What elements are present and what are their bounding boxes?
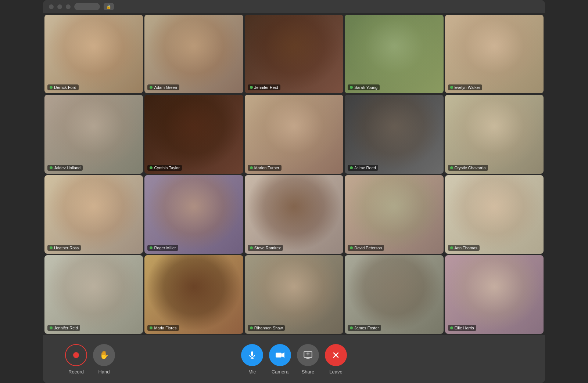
participant-name-label: Rihannon Shaw <box>248 325 285 331</box>
hand-label: Hand <box>98 369 110 375</box>
participant-name-label: Steve Ramirez <box>248 245 283 251</box>
svg-rect-3 <box>276 353 282 357</box>
svg-marker-4 <box>282 352 284 358</box>
video-tile-3: Jennifer Reid <box>245 15 343 93</box>
mic-indicator <box>50 86 53 89</box>
participant-name-text: Adam Green <box>154 85 177 90</box>
participant-name-label: James Foster <box>348 325 381 331</box>
video-tile-18: Rihannon Shaw <box>245 255 343 334</box>
hand-button[interactable]: ✋ Hand <box>93 344 115 375</box>
participant-name-label: Evelyn Walker <box>448 84 483 90</box>
window-lock: 🔒 <box>104 3 114 10</box>
participant-name-label: Jennifer Reid <box>248 84 280 90</box>
hand-icon: ✋ <box>99 350 109 360</box>
participant-name-text: Jennifer Reid <box>254 85 278 90</box>
participant-name-label: Heather Ross <box>47 245 81 251</box>
video-tile-10: Crystle Chavarria <box>445 95 544 173</box>
leave-circle <box>325 344 347 366</box>
video-tile-2: Adam Green <box>144 15 243 93</box>
share-circle <box>297 344 319 366</box>
mic-icon <box>248 351 257 359</box>
mic-indicator <box>350 326 353 329</box>
video-tile-12: Roger Miller <box>144 175 243 254</box>
participant-name-label: Crystle Chavarria <box>448 165 488 171</box>
mic-indicator <box>150 246 153 249</box>
video-tile-16: Jennifer Reid <box>44 255 143 334</box>
mic-button[interactable]: Mic <box>241 344 263 375</box>
video-tile-11: Heather Ross <box>44 175 143 254</box>
video-tile-6: Jaidev Holland <box>44 95 143 173</box>
record-circle <box>65 344 87 366</box>
participant-name-label: Ann Thomas <box>448 245 480 251</box>
participant-name-label: Roger Miller <box>147 245 178 251</box>
participant-name-text: Roger Miller <box>154 246 176 250</box>
mic-circle <box>241 344 263 366</box>
participant-name-text: Evelyn Walker <box>455 85 480 90</box>
mic-indicator <box>50 326 53 329</box>
mic-indicator <box>150 166 153 169</box>
mic-indicator <box>350 86 353 89</box>
video-tile-5: Evelyn Walker <box>445 15 544 93</box>
mic-indicator <box>250 166 253 169</box>
mic-indicator <box>50 246 53 249</box>
participant-name-text: Ellie Harris <box>455 326 474 330</box>
participant-name-text: Derrick Ford <box>54 85 76 90</box>
leave-button[interactable]: Leave <box>325 344 347 375</box>
mic-indicator <box>450 326 453 329</box>
participant-name-text: Crystle Chavarria <box>455 166 486 170</box>
video-tile-17: Maria Flores <box>144 255 243 334</box>
traffic-light-minimize[interactable] <box>57 4 62 9</box>
video-grid: Derrick FordAdam GreenJennifer ReidSarah… <box>43 13 545 335</box>
leave-label: Leave <box>329 369 342 375</box>
leave-icon <box>331 351 340 359</box>
video-tile-8: Marion Turner <box>245 95 343 173</box>
participant-name-text: Jaidev Holland <box>54 166 80 170</box>
participant-name-label: Maria Flores <box>147 325 179 331</box>
video-tile-13: Steve Ramirez <box>245 175 343 254</box>
mic-indicator <box>50 166 53 169</box>
title-bar: 🔒 <box>43 0 545 13</box>
participant-name-label: Marion Turner <box>248 165 282 171</box>
participant-name-label: Jaime Reed <box>348 165 378 171</box>
participant-name-text: David Peterson <box>354 246 382 250</box>
camera-label: Camera <box>272 369 288 375</box>
mic-indicator <box>350 246 353 249</box>
participant-name-text: Marion Turner <box>254 166 279 170</box>
traffic-light-maximize[interactable] <box>66 4 71 9</box>
participant-name-text: Maria Flores <box>154 326 176 330</box>
video-tile-9: Jaime Reed <box>345 95 443 173</box>
video-tile-1: Derrick Ford <box>44 15 143 93</box>
mic-label: Mic <box>248 369 256 375</box>
mic-indicator <box>250 326 253 329</box>
participant-name-label: Adam Green <box>147 84 179 90</box>
record-label: Record <box>68 369 84 375</box>
participant-name-label: Cynthia Taylor <box>147 165 182 171</box>
mic-indicator <box>250 86 253 89</box>
camera-icon <box>275 350 285 360</box>
control-group-left: Record ✋ Hand <box>65 344 115 375</box>
camera-button[interactable]: Camera <box>269 344 291 375</box>
participant-name-text: Rihannon Shaw <box>254 326 283 330</box>
record-button[interactable]: Record <box>65 344 87 375</box>
hand-circle: ✋ <box>93 344 115 366</box>
share-icon <box>303 350 313 360</box>
mic-indicator <box>450 166 453 169</box>
participant-name-text: James Foster <box>354 326 379 330</box>
participant-name-text: Sarah Young <box>354 85 377 90</box>
control-group-center: Mic Camera <box>241 344 347 375</box>
video-tile-19: James Foster <box>345 255 443 334</box>
camera-circle <box>269 344 291 366</box>
app-window: 🔒 Derrick FordAdam GreenJennifer ReidSar… <box>43 0 545 383</box>
record-icon <box>73 352 79 358</box>
mic-indicator <box>450 86 453 89</box>
share-label: Share <box>302 369 315 375</box>
mic-indicator <box>450 246 453 249</box>
mic-indicator <box>250 246 253 249</box>
participant-name-label: Ellie Harris <box>448 325 476 331</box>
share-button[interactable]: Share <box>297 344 319 375</box>
participant-name-label: Derrick Ford <box>47 84 79 90</box>
mic-indicator <box>350 166 353 169</box>
mic-indicator <box>150 326 153 329</box>
participant-name-text: Jaime Reed <box>354 166 376 170</box>
traffic-light-close[interactable] <box>49 4 54 9</box>
